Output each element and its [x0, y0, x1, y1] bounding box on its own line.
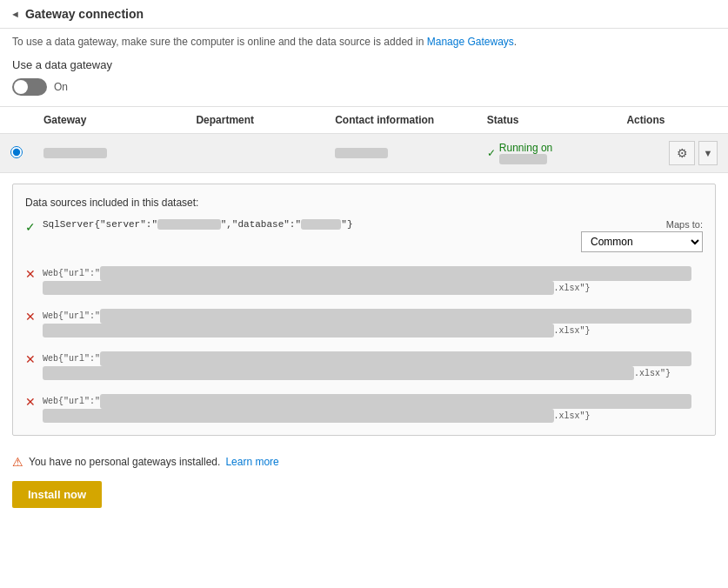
status-main-text: Running on — [499, 142, 552, 154]
table-header-row: Gateway Department Contact information S… — [0, 107, 728, 134]
gear-button[interactable]: ⚙ — [669, 141, 695, 165]
actions-cell: ⚙ ▼ — [616, 134, 728, 173]
sqlserver-code: SqlServer{"server":" ","database":" "} — [43, 219, 571, 230]
list-item: ✕ Web{"url":" — [25, 394, 703, 423]
radio-header-col — [0, 107, 33, 134]
gateway-name-cell — [33, 134, 185, 173]
web-code-3: Web{"url":" — [43, 351, 703, 380]
section-title: Gateway connection — [25, 7, 144, 21]
toggle-knob — [14, 80, 28, 94]
description-row: To use a data gateway, make sure the com… — [0, 29, 728, 51]
gateway-radio[interactable] — [10, 146, 23, 158]
header-department: Department — [185, 107, 324, 134]
web-code-4: Web{"url":" — [43, 394, 703, 423]
status-sub-blurred — [499, 154, 547, 164]
use-gateway-label: Use a data gateway — [0, 51, 728, 75]
web-code-2: Web{"url":" — [43, 309, 703, 337]
status-check-icon: ✓ — [487, 147, 496, 159]
status-cell: ✓ Running on — [477, 134, 617, 173]
list-item: ✓ SqlServer{"server":" ","database":" "}… — [25, 219, 703, 252]
maps-to-select[interactable]: Common None — [581, 231, 703, 252]
header-contact: Contact information — [324, 107, 477, 134]
toggle-row: On — [0, 75, 728, 106]
chevron-down-button[interactable]: ▼ — [698, 141, 718, 165]
datasources-section: Data sources included in this dataset: ✓… — [12, 184, 716, 436]
warning-icon: ⚠ — [12, 455, 23, 469]
data-gateway-toggle[interactable] — [12, 78, 47, 96]
learn-more-link[interactable]: Learn more — [225, 456, 278, 468]
success-icon: ✓ — [25, 220, 36, 234]
section-header: ◄ Gateway connection — [0, 0, 728, 29]
header-gateway: Gateway — [33, 107, 185, 134]
install-now-button[interactable]: Install now — [12, 481, 102, 508]
status-running: ✓ Running on — [487, 142, 606, 164]
description-text: To use a data gateway, make sure the com… — [12, 36, 424, 48]
header-actions: Actions — [616, 107, 728, 134]
error-icon: ✕ — [25, 310, 36, 324]
table-row: ✓ Running on ⚙ ▼ — [0, 134, 728, 173]
department-cell — [185, 134, 324, 173]
error-icon: ✕ — [25, 352, 36, 366]
collapse-icon[interactable]: ◄ — [10, 9, 20, 19]
warning-text: You have no personal gateways installed. — [29, 456, 220, 468]
toggle-label: On — [54, 81, 68, 93]
gateway-table: Gateway Department Contact information S… — [0, 106, 728, 173]
contact-blurred — [335, 148, 388, 158]
list-item: ✕ Web{"url":" — [25, 309, 703, 337]
manage-gateways-link[interactable]: Manage Gateways — [427, 36, 514, 48]
header-status: Status — [477, 107, 617, 134]
maps-to-section: Maps to: Common None — [581, 219, 703, 252]
maps-to-label: Maps to: — [666, 219, 703, 230]
warning-bar: ⚠ You have no personal gateways installe… — [0, 446, 728, 474]
web-code-1: Web{"url":" — [43, 266, 703, 295]
gateway-name-blurred — [43, 148, 107, 158]
radio-cell[interactable] — [0, 134, 33, 173]
contact-cell — [324, 134, 477, 173]
error-icon: ✕ — [25, 267, 36, 281]
list-item: ✕ Web{"url":" — [25, 351, 703, 380]
datasources-title: Data sources included in this dataset: — [25, 197, 703, 209]
list-item: ✕ Web{"url":" — [25, 266, 703, 295]
error-icon: ✕ — [25, 395, 36, 409]
